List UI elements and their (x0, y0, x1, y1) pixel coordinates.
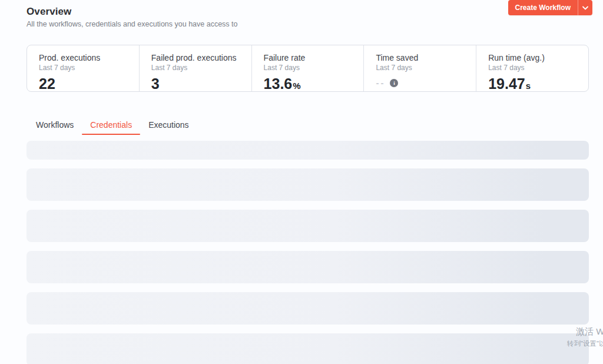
loading-skeleton-row (26, 292, 589, 325)
chevron-down-icon (582, 6, 588, 10)
page-header: Overview All the workflows, credentials … (26, 0, 589, 28)
stat-period: Last 7 days (39, 63, 127, 72)
stat-number: 22 (39, 75, 55, 92)
stat-title: Run time (avg.) (488, 52, 577, 63)
credentials-loading-list (26, 141, 589, 364)
overview-page: { "header": { "title": "Overview", "subt… (0, 0, 603, 364)
stat-period: Last 7 days (488, 63, 577, 72)
stats-summary-bar: Prod. executions Last 7 days 22 Failed p… (26, 45, 589, 92)
page-subtitle: All the workflows, credentials and execu… (26, 20, 589, 28)
loading-skeleton-row (26, 168, 589, 201)
tab-executions[interactable]: Executions (140, 117, 197, 135)
tab-credentials[interactable]: Credentials (82, 117, 140, 135)
overview-tabs: Workflows Credentials Executions (28, 117, 589, 135)
stat-value: -- i (376, 78, 464, 88)
loading-skeleton-row (26, 333, 589, 364)
stat-period: Last 7 days (376, 63, 464, 72)
stat-unit: % (293, 77, 300, 95)
stat-period: Last 7 days (151, 63, 240, 72)
stat-title: Failed prod. executions (151, 52, 240, 63)
stat-number: 19.47 (488, 75, 525, 92)
stat-card-failure-rate: Failure rate Last 7 days 13.6% (251, 45, 364, 91)
stat-title: Time saved (376, 52, 464, 63)
stat-card-run-time-avg: Run time (avg.) Last 7 days 19.47s (476, 45, 588, 91)
loading-skeleton-row (26, 141, 589, 160)
stat-period: Last 7 days (264, 63, 352, 72)
stat-card-time-saved: Time saved Last 7 days -- i (363, 45, 476, 91)
stat-card-failed-prod-executions: Failed prod. executions Last 7 days 3 (139, 45, 251, 91)
create-workflow-split-button: Create Workflow (508, 0, 592, 15)
stat-number: 13.6 (264, 75, 293, 92)
stat-value: 22 (39, 75, 127, 92)
stat-number: 3 (151, 75, 160, 92)
stat-value: 19.47s (488, 75, 577, 95)
stat-title: Prod. executions (39, 52, 127, 63)
page-title: Overview (26, 6, 589, 18)
stat-title: Failure rate (264, 52, 352, 63)
loading-skeleton-row (26, 210, 589, 242)
create-workflow-button[interactable]: Create Workflow (508, 0, 578, 15)
stat-unit: s (526, 77, 531, 95)
loading-skeleton-row (26, 251, 589, 283)
stat-value: 3 (151, 75, 240, 92)
stat-card-prod-executions: Prod. executions Last 7 days 22 (27, 45, 139, 91)
stat-value: 13.6% (264, 75, 352, 95)
stat-empty-value: -- (376, 78, 385, 88)
tab-workflows[interactable]: Workflows (28, 117, 82, 135)
info-icon[interactable]: i (390, 79, 398, 87)
create-workflow-dropdown-button[interactable] (578, 0, 592, 15)
